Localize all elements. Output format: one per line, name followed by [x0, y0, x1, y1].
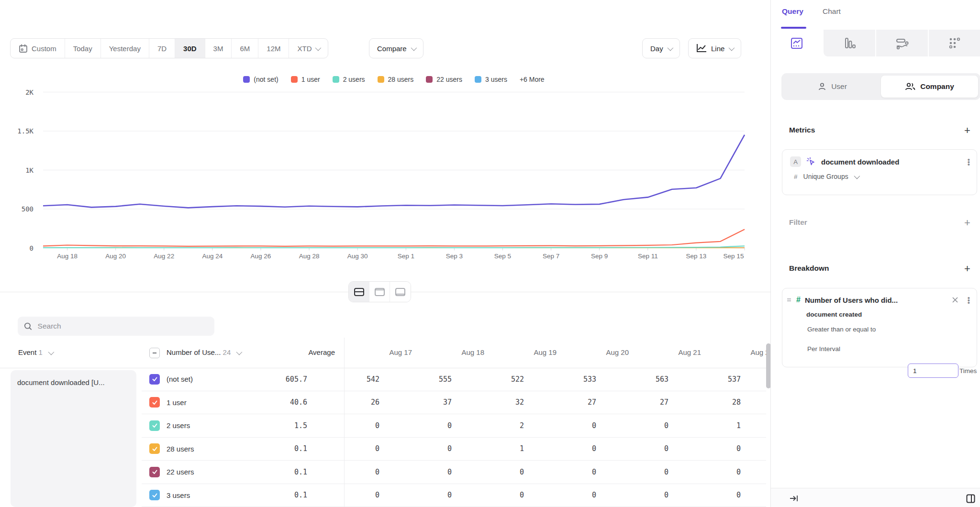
row-checkbox[interactable]	[149, 467, 160, 477]
table-row[interactable]: 2 users1.5002001	[142, 414, 766, 438]
chart-type-line-button[interactable]	[771, 30, 823, 56]
search-box[interactable]	[18, 317, 214, 336]
chart-type-selector	[771, 30, 980, 56]
event-name-cell[interactable]: document downloaded [U...	[11, 370, 136, 507]
add-metric-button[interactable]: +	[964, 124, 970, 137]
breakdown-title: Number of Users who did...	[805, 296, 947, 304]
tab-query[interactable]: Query	[782, 7, 803, 16]
row-checkbox[interactable]	[149, 397, 160, 408]
aggregation-selector[interactable]: Unique Groups	[803, 173, 848, 180]
numeric-breakdown-icon: #	[796, 296, 801, 304]
table-row[interactable]: 22 users0.1000000	[142, 461, 766, 484]
row-checkbox[interactable]	[149, 420, 160, 431]
scope-company-label: Company	[920, 82, 954, 91]
user-icon	[818, 82, 826, 91]
breakdown-condition[interactable]: Greater than or equal to	[807, 326, 876, 333]
row-value: 555	[401, 375, 473, 384]
row-value: 522	[473, 375, 546, 384]
row-value: 0	[618, 491, 690, 499]
tab-chart[interactable]: Chart	[823, 7, 841, 16]
add-filter-button[interactable]: +	[964, 217, 970, 229]
search-icon	[24, 322, 33, 331]
table-body: (not set)605.75425555225335635371 user40…	[142, 368, 766, 507]
close-icon[interactable]	[952, 297, 958, 303]
row-label: 22 users	[167, 468, 253, 476]
x-tick-label: Sep 5	[494, 253, 511, 260]
metric-name: document downloaded	[821, 158, 962, 166]
search-input[interactable]	[38, 322, 208, 331]
x-tick-label: Sep 7	[543, 253, 559, 260]
x-tick-label: Sep 13	[686, 253, 706, 260]
scope-user-option[interactable]: User	[784, 76, 881, 98]
company-icon	[905, 82, 915, 91]
breakdown-count-input[interactable]	[908, 364, 958, 378]
layout-chart-only-button[interactable]	[369, 282, 390, 302]
dots-grid-icon	[948, 36, 961, 50]
split-view-icon	[354, 288, 364, 296]
table-row[interactable]: 3 users0.1000000	[142, 484, 766, 507]
query-panel: Query Chart	[770, 0, 980, 507]
scope-company-option[interactable]: Company	[881, 76, 978, 98]
x-tick-label: Aug 22	[154, 253, 174, 260]
row-average: 0.1	[253, 444, 307, 453]
row-value: 0	[329, 468, 401, 476]
event-column-header[interactable]: Event 1	[18, 348, 53, 356]
users-column-header[interactable]: Number of Use... 24	[167, 348, 241, 356]
chart-type-flow-button[interactable]	[875, 30, 928, 56]
row-checkbox[interactable]	[149, 374, 160, 385]
row-value: 2	[473, 421, 546, 430]
row-value: 537	[690, 375, 762, 384]
table-row[interactable]: 28 users0.1001000	[142, 438, 766, 461]
drag-handle-icon[interactable]	[786, 297, 792, 303]
row-value: 0	[546, 491, 618, 499]
chart-type-more-button[interactable]	[928, 30, 980, 56]
row-checkbox[interactable]	[149, 490, 160, 500]
line-chart	[0, 0, 770, 268]
row-value: 0	[618, 421, 690, 430]
check-icon	[152, 492, 158, 498]
row-label: 1 user	[167, 398, 253, 407]
row-label: 28 users	[167, 445, 253, 453]
layout-split-button[interactable]	[349, 282, 369, 302]
row-value: 26	[329, 398, 401, 407]
row-value: 0	[401, 491, 473, 499]
row-value: 1	[690, 421, 762, 430]
series-(not set)	[43, 135, 745, 208]
event-count: 1	[39, 348, 43, 356]
breakdown-card[interactable]: # Number of Users who did... ••• documen…	[782, 288, 977, 367]
collapse-panel-icon[interactable]	[789, 495, 799, 502]
metric-menu-kebab-icon[interactable]: •••	[968, 158, 970, 165]
table-row[interactable]: (not set)605.7542555522533563537	[142, 368, 766, 391]
breakdown-menu-kebab-icon[interactable]: •••	[968, 297, 970, 304]
row-checkbox[interactable]	[149, 443, 160, 454]
add-breakdown-button[interactable]: +	[964, 263, 970, 275]
row-value: 0	[329, 444, 401, 453]
check-icon	[152, 376, 158, 382]
date-column-header: Aug 20	[578, 348, 650, 356]
average-column-header: Average	[268, 348, 335, 356]
select-all-checkbox[interactable]	[149, 348, 160, 358]
metric-letter-badge: A	[790, 156, 801, 167]
event-cursor-icon	[806, 157, 816, 166]
users-count: 24	[223, 348, 231, 356]
breakdown-heading: Breakdown	[789, 264, 829, 273]
flow-chart-icon	[895, 36, 909, 50]
check-icon	[152, 446, 158, 452]
indeterminate-icon	[152, 350, 157, 356]
row-value: 0	[618, 444, 690, 453]
x-tick-label: Aug 26	[251, 253, 271, 260]
metric-card[interactable]: A document downloaded ••• # Unique Group…	[782, 149, 977, 195]
chart-type-bar-button[interactable]	[823, 30, 875, 56]
row-value: 28	[690, 398, 762, 407]
split-panel-icon[interactable]	[966, 494, 975, 503]
row-value: 27	[546, 398, 618, 407]
bar-chart-icon	[843, 36, 856, 50]
row-value: 0	[401, 444, 473, 453]
table-row[interactable]: 1 user40.6263732272728	[142, 391, 766, 415]
check-icon	[152, 399, 158, 406]
date-column-header: Aug 18	[434, 348, 506, 356]
row-value: 0	[546, 421, 618, 430]
x-tick-label: Aug 24	[202, 253, 223, 260]
layout-table-only-button[interactable]	[390, 282, 411, 302]
panel-footer	[771, 488, 980, 507]
